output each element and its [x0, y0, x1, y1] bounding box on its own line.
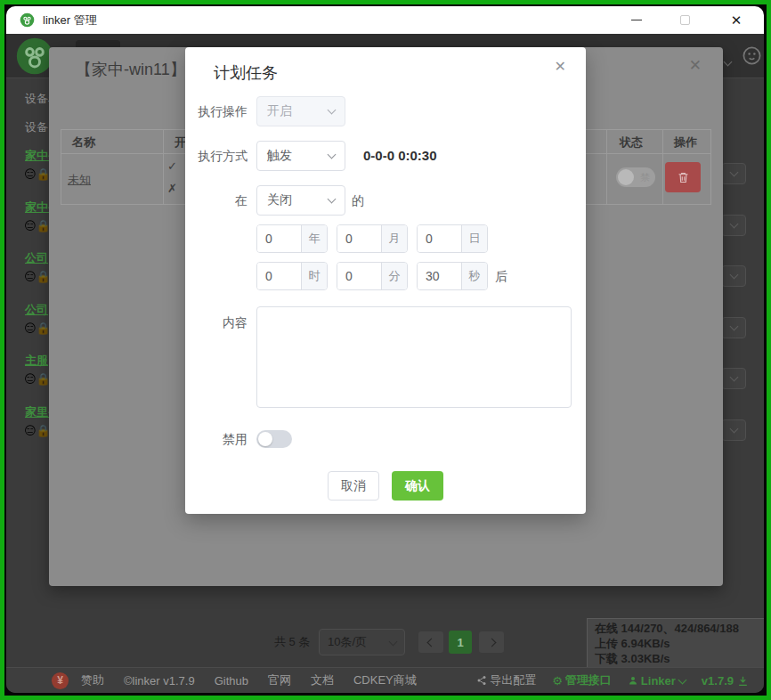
upload-speed: 上传 6.94KB/s — [595, 636, 757, 651]
trash-icon — [677, 171, 690, 184]
device-status-emoji: 😑🔒 — [24, 270, 51, 283]
day-input[interactable] — [418, 225, 461, 252]
minute-input[interactable] — [337, 263, 381, 289]
window-titlebar: linker 管理 ✕ — [6, 6, 764, 34]
sponsor-link[interactable]: 赞助 — [81, 672, 104, 688]
hour-input-group: 时 — [256, 262, 328, 290]
page-footer: ¥ 赞助 ©linker v1.7.9 Github 官网 文档 CDKEY商城… — [6, 667, 764, 693]
cancel-button[interactable]: 取消 — [328, 471, 379, 501]
device-name-link[interactable]: 家中- — [25, 148, 52, 164]
month-unit: 月 — [381, 225, 407, 252]
chevron-down-icon — [729, 322, 738, 331]
delete-task-button[interactable] — [665, 162, 701, 192]
second-input[interactable] — [418, 263, 461, 289]
page-size-select[interactable]: 10条/页 — [319, 629, 405, 655]
method-select[interactable]: 触发 — [256, 141, 345, 171]
chevron-down-icon — [678, 675, 686, 684]
second-input-group: 秒 — [417, 262, 488, 290]
donate-icon[interactable]: ¥ — [52, 672, 69, 689]
pagination-total: 共 5 条 — [274, 629, 310, 655]
chevron-down-icon — [729, 168, 738, 177]
year-input[interactable] — [257, 225, 301, 252]
task-status-toggle[interactable]: 禁 — [616, 167, 655, 187]
disable-toggle[interactable] — [256, 430, 292, 448]
device-tasks-dialog-title: 【家中-win11】的 — [76, 59, 202, 80]
row-expand-button[interactable] — [721, 215, 746, 236]
at-label: 在 — [185, 185, 248, 216]
cdkey-link[interactable]: CDKEY商城 — [353, 672, 417, 688]
trigger-time-preview: 0-0-0 0:0:30 — [363, 141, 437, 171]
user-menu[interactable]: Linker — [628, 674, 686, 688]
chevron-down-icon — [328, 195, 337, 204]
pagination-page-1[interactable]: 1 — [449, 631, 472, 654]
table-column-divider — [606, 129, 607, 205]
row-expand-button[interactable] — [721, 317, 746, 338]
task-check-icon: ✓ — [167, 159, 177, 173]
user-icon — [628, 675, 638, 686]
chevron-down-icon — [729, 220, 738, 229]
chevron-down-icon — [729, 425, 738, 434]
disable-label: 禁用 — [185, 430, 248, 448]
linker-logo-icon — [20, 12, 35, 28]
device-status-emoji: 😑🔒 — [24, 167, 51, 181]
task-name-link[interactable]: 未知 — [68, 172, 91, 188]
window-title: linker 管理 — [43, 12, 97, 28]
maximize-icon — [680, 15, 690, 25]
device-name-link[interactable]: 家里- — [25, 404, 52, 420]
action-label: 执行操作 — [185, 96, 248, 126]
maximize-button[interactable] — [671, 6, 698, 34]
traffic-status-panel: 在线 144/270、424/864/188 上传 6.94KB/s 下载 3.… — [587, 618, 764, 668]
minute-input-group: 分 — [337, 262, 408, 290]
row-expand-button[interactable] — [721, 163, 746, 184]
schedule-task-modal: 计划任务 ✕ 执行操作 开启 执行方式 触发 0-0-0 0:0:30 在 关闭… — [185, 47, 586, 514]
at-select[interactable]: 关闭 — [256, 185, 345, 216]
header-chevron-down-icon[interactable] — [725, 53, 731, 69]
row-expand-button[interactable] — [721, 265, 746, 287]
after-suffix: 后 — [495, 262, 507, 290]
version-label: v1.7.9 — [702, 674, 734, 688]
chevron-right-icon — [487, 638, 496, 647]
pagination-next-button[interactable] — [479, 631, 504, 653]
table-column-divider — [662, 129, 663, 205]
column-header-name: 名称 — [72, 134, 95, 151]
content-textarea[interactable] — [256, 306, 572, 408]
docs-link[interactable]: 文档 — [311, 672, 334, 688]
download-speed: 下载 3.03KB/s — [595, 651, 757, 666]
table-column-divider — [163, 129, 164, 205]
gear-icon: ⚙ — [552, 674, 563, 688]
device-status-emoji: 😑🔒 — [24, 219, 51, 232]
version-download[interactable]: v1.7.9 — [702, 674, 751, 688]
toggle-inactive-text: 禁 — [640, 171, 650, 184]
confirm-button[interactable]: 确认 — [392, 471, 443, 501]
chevron-down-icon — [328, 151, 337, 159]
website-link[interactable]: 官网 — [268, 672, 291, 688]
content-label: 内容 — [185, 313, 248, 331]
toggle-knob — [258, 432, 272, 446]
device-tasks-dialog-close-icon[interactable]: ✕ — [689, 56, 702, 75]
modal-title: 计划任务 — [214, 62, 278, 84]
device-name-link[interactable]: 主服 — [25, 353, 48, 369]
row-expand-button[interactable] — [721, 419, 746, 441]
device-name-link[interactable]: 公司 — [25, 302, 48, 318]
pagination-prev-button[interactable] — [418, 631, 443, 653]
modal-close-icon[interactable]: ✕ — [555, 58, 566, 75]
export-config-button[interactable]: 导出配置 — [476, 672, 536, 688]
minute-unit: 分 — [381, 263, 407, 289]
month-input[interactable] — [337, 225, 381, 252]
hour-input[interactable] — [257, 263, 301, 289]
column-header-status: 状态 — [620, 134, 643, 151]
admin-api-button[interactable]: ⚙ 管理接口 — [552, 672, 612, 688]
year-input-group: 年 — [256, 224, 328, 253]
device-filter-label: 设备 — [25, 119, 48, 135]
row-expand-button[interactable] — [721, 368, 746, 389]
minimize-button[interactable] — [623, 6, 650, 34]
copyright-text: ©linker v1.7.9 — [124, 674, 195, 688]
github-link[interactable]: Github — [215, 674, 248, 688]
device-name-link[interactable]: 公司 — [25, 250, 48, 266]
year-unit: 年 — [301, 225, 327, 252]
close-window-button[interactable]: ✕ — [723, 6, 750, 34]
day-input-group: 日 — [417, 224, 488, 253]
user-name: Linker — [641, 674, 676, 688]
device-name-link[interactable]: 家中- — [25, 199, 52, 216]
theme-face-icon[interactable] — [742, 45, 762, 66]
